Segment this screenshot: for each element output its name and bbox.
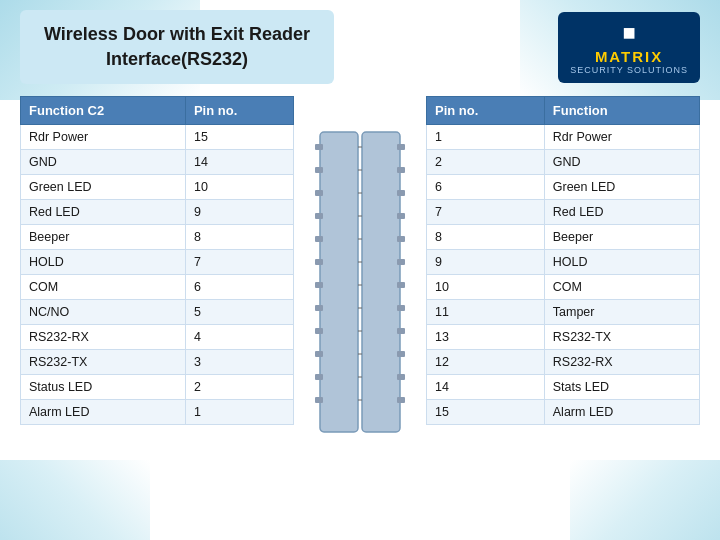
left-cell-function: Green LED [21,175,186,200]
connector-visual [310,96,410,442]
header: Wireless Door with Exit Reader Interface… [20,10,700,84]
left-data-table: Function C2 Pin no. Rdr Power15GND14Gree… [20,96,294,425]
left-table-row: Beeper8 [21,225,294,250]
svg-rect-10 [315,351,323,357]
svg-rect-23 [397,351,405,357]
svg-rect-19 [397,259,405,265]
bg-decoration-bottom-left [0,460,150,540]
left-cell-function: HOLD [21,250,186,275]
left-header-pin: Pin no. [185,97,293,125]
right-table-row: 6Green LED [427,175,700,200]
left-table-row: HOLD7 [21,250,294,275]
svg-rect-14 [397,144,405,150]
left-table: Function C2 Pin no. Rdr Power15GND14Gree… [20,96,294,425]
svg-rect-5 [315,236,323,242]
right-cell-pin: 15 [427,400,545,425]
left-cell-pin: 14 [185,150,293,175]
page-container: Wireless Door with Exit Reader Interface… [0,0,720,452]
svg-rect-18 [397,236,405,242]
bg-decoration-bottom-right [570,460,720,540]
right-cell-pin: 8 [427,225,545,250]
right-cell-function: Beeper [544,225,699,250]
right-cell-pin: 11 [427,300,545,325]
right-table-row: 12RS232-RX [427,350,700,375]
right-table-row: 8Beeper [427,225,700,250]
svg-rect-24 [397,374,405,380]
right-cell-pin: 1 [427,125,545,150]
right-table-row: 7Red LED [427,200,700,225]
svg-rect-20 [397,282,405,288]
left-table-row: Green LED10 [21,175,294,200]
left-cell-pin: 4 [185,325,293,350]
svg-rect-1 [315,144,323,150]
svg-rect-22 [397,328,405,334]
svg-rect-0 [320,132,358,432]
right-cell-function: RS232-TX [544,325,699,350]
svg-rect-13 [362,132,400,432]
svg-rect-2 [315,167,323,173]
right-table-row: 11Tamper [427,300,700,325]
right-cell-function: Rdr Power [544,125,699,150]
left-cell-pin: 3 [185,350,293,375]
left-cell-function: RS232-TX [21,350,186,375]
left-cell-function: Rdr Power [21,125,186,150]
left-cell-pin: 9 [185,200,293,225]
left-cell-function: RS232-RX [21,325,186,350]
left-cell-function: Red LED [21,200,186,225]
logo: ■ MATRIX SECURITY SOLUTIONS [558,12,700,83]
right-table-row: 9HOLD [427,250,700,275]
right-table-row: 13RS232-TX [427,325,700,350]
right-cell-pin: 10 [427,275,545,300]
left-cell-function: Beeper [21,225,186,250]
left-cell-function: NC/NO [21,300,186,325]
svg-rect-17 [397,213,405,219]
right-cell-function: RS232-RX [544,350,699,375]
right-cell-function: Red LED [544,200,699,225]
right-table: Pin no. Function 1Rdr Power2GND6Green LE… [426,96,700,425]
svg-rect-4 [315,213,323,219]
page-title: Wireless Door with Exit Reader Interface… [20,10,334,84]
right-cell-pin: 12 [427,350,545,375]
left-header-function: Function C2 [21,97,186,125]
left-cell-pin: 5 [185,300,293,325]
right-cell-function: Alarm LED [544,400,699,425]
left-cell-pin: 15 [185,125,293,150]
right-cell-pin: 6 [427,175,545,200]
logo-sub: SECURITY SOLUTIONS [570,65,688,75]
logo-icon: ■ [622,20,635,46]
left-table-row: Status LED2 [21,375,294,400]
left-cell-function: Status LED [21,375,186,400]
right-cell-pin: 2 [427,150,545,175]
left-cell-pin: 2 [185,375,293,400]
left-table-row: RS232-TX3 [21,350,294,375]
right-table-row: 2GND [427,150,700,175]
connector-svg [315,122,405,442]
svg-rect-16 [397,190,405,196]
left-table-row: Rdr Power15 [21,125,294,150]
svg-rect-25 [397,397,405,403]
right-cell-function: Tamper [544,300,699,325]
right-table-row: 14Stats LED [427,375,700,400]
svg-rect-3 [315,190,323,196]
svg-rect-11 [315,374,323,380]
right-cell-function: GND [544,150,699,175]
left-table-row: GND14 [21,150,294,175]
right-header-pin: Pin no. [427,97,545,125]
right-header-function: Function [544,97,699,125]
left-cell-function: Alarm LED [21,400,186,425]
left-cell-pin: 8 [185,225,293,250]
left-cell-function: COM [21,275,186,300]
svg-rect-15 [397,167,405,173]
right-cell-pin: 13 [427,325,545,350]
left-table-row: Alarm LED1 [21,400,294,425]
right-table-row: 10COM [427,275,700,300]
svg-rect-7 [315,282,323,288]
left-cell-pin: 10 [185,175,293,200]
left-table-row: NC/NO5 [21,300,294,325]
svg-rect-12 [315,397,323,403]
left-table-row: RS232-RX4 [21,325,294,350]
right-cell-function: Stats LED [544,375,699,400]
left-cell-function: GND [21,150,186,175]
right-data-table: Pin no. Function 1Rdr Power2GND6Green LE… [426,96,700,425]
right-cell-pin: 9 [427,250,545,275]
